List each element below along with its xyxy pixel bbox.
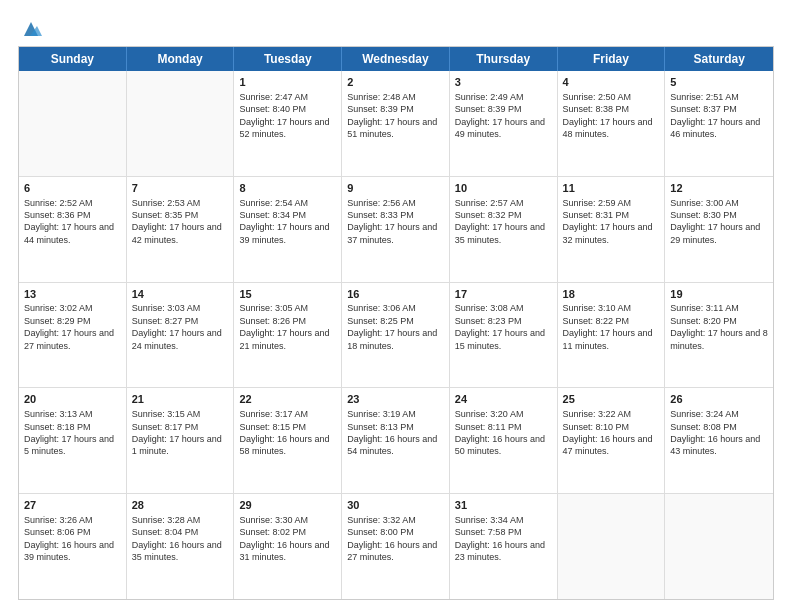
weekday-header: Monday bbox=[127, 47, 235, 71]
day-number: 15 bbox=[239, 287, 336, 302]
cell-text: Sunrise: 3:20 AM Sunset: 8:11 PM Dayligh… bbox=[455, 408, 552, 458]
day-number: 3 bbox=[455, 75, 552, 90]
day-number: 8 bbox=[239, 181, 336, 196]
header bbox=[18, 18, 774, 36]
day-number: 31 bbox=[455, 498, 552, 513]
calendar-cell: 29Sunrise: 3:30 AM Sunset: 8:02 PM Dayli… bbox=[234, 494, 342, 599]
calendar-cell: 13Sunrise: 3:02 AM Sunset: 8:29 PM Dayli… bbox=[19, 283, 127, 388]
calendar-cell: 15Sunrise: 3:05 AM Sunset: 8:26 PM Dayli… bbox=[234, 283, 342, 388]
day-number: 19 bbox=[670, 287, 768, 302]
day-number: 24 bbox=[455, 392, 552, 407]
calendar-cell: 30Sunrise: 3:32 AM Sunset: 8:00 PM Dayli… bbox=[342, 494, 450, 599]
day-number: 27 bbox=[24, 498, 121, 513]
weekday-header: Wednesday bbox=[342, 47, 450, 71]
day-number: 20 bbox=[24, 392, 121, 407]
calendar-cell: 18Sunrise: 3:10 AM Sunset: 8:22 PM Dayli… bbox=[558, 283, 666, 388]
cell-text: Sunrise: 2:50 AM Sunset: 8:38 PM Dayligh… bbox=[563, 91, 660, 141]
day-number: 6 bbox=[24, 181, 121, 196]
calendar-row: 1Sunrise: 2:47 AM Sunset: 8:40 PM Daylig… bbox=[19, 71, 773, 176]
calendar-cell: 28Sunrise: 3:28 AM Sunset: 8:04 PM Dayli… bbox=[127, 494, 235, 599]
calendar-cell: 16Sunrise: 3:06 AM Sunset: 8:25 PM Dayli… bbox=[342, 283, 450, 388]
day-number: 29 bbox=[239, 498, 336, 513]
day-number: 28 bbox=[132, 498, 229, 513]
calendar-cell: 24Sunrise: 3:20 AM Sunset: 8:11 PM Dayli… bbox=[450, 388, 558, 493]
calendar-cell: 17Sunrise: 3:08 AM Sunset: 8:23 PM Dayli… bbox=[450, 283, 558, 388]
cell-text: Sunrise: 3:15 AM Sunset: 8:17 PM Dayligh… bbox=[132, 408, 229, 458]
cell-text: Sunrise: 3:08 AM Sunset: 8:23 PM Dayligh… bbox=[455, 302, 552, 352]
day-number: 21 bbox=[132, 392, 229, 407]
calendar-body: 1Sunrise: 2:47 AM Sunset: 8:40 PM Daylig… bbox=[19, 71, 773, 599]
calendar-cell: 9Sunrise: 2:56 AM Sunset: 8:33 PM Daylig… bbox=[342, 177, 450, 282]
cell-text: Sunrise: 2:52 AM Sunset: 8:36 PM Dayligh… bbox=[24, 197, 121, 247]
cell-text: Sunrise: 3:13 AM Sunset: 8:18 PM Dayligh… bbox=[24, 408, 121, 458]
day-number: 25 bbox=[563, 392, 660, 407]
day-number: 22 bbox=[239, 392, 336, 407]
day-number: 12 bbox=[670, 181, 768, 196]
calendar-cell: 31Sunrise: 3:34 AM Sunset: 7:58 PM Dayli… bbox=[450, 494, 558, 599]
cell-text: Sunrise: 3:32 AM Sunset: 8:00 PM Dayligh… bbox=[347, 514, 444, 564]
cell-text: Sunrise: 3:30 AM Sunset: 8:02 PM Dayligh… bbox=[239, 514, 336, 564]
cell-text: Sunrise: 2:47 AM Sunset: 8:40 PM Dayligh… bbox=[239, 91, 336, 141]
calendar-cell: 3Sunrise: 2:49 AM Sunset: 8:39 PM Daylig… bbox=[450, 71, 558, 176]
cell-text: Sunrise: 2:53 AM Sunset: 8:35 PM Dayligh… bbox=[132, 197, 229, 247]
day-number: 11 bbox=[563, 181, 660, 196]
day-number: 9 bbox=[347, 181, 444, 196]
cell-text: Sunrise: 2:48 AM Sunset: 8:39 PM Dayligh… bbox=[347, 91, 444, 141]
page: SundayMondayTuesdayWednesdayThursdayFrid… bbox=[0, 0, 792, 612]
calendar-cell: 6Sunrise: 2:52 AM Sunset: 8:36 PM Daylig… bbox=[19, 177, 127, 282]
logo bbox=[18, 18, 42, 36]
day-number: 13 bbox=[24, 287, 121, 302]
weekday-header: Sunday bbox=[19, 47, 127, 71]
calendar: SundayMondayTuesdayWednesdayThursdayFrid… bbox=[18, 46, 774, 600]
day-number: 14 bbox=[132, 287, 229, 302]
cell-text: Sunrise: 3:03 AM Sunset: 8:27 PM Dayligh… bbox=[132, 302, 229, 352]
calendar-row: 13Sunrise: 3:02 AM Sunset: 8:29 PM Dayli… bbox=[19, 282, 773, 388]
calendar-cell bbox=[665, 494, 773, 599]
cell-text: Sunrise: 3:28 AM Sunset: 8:04 PM Dayligh… bbox=[132, 514, 229, 564]
cell-text: Sunrise: 3:02 AM Sunset: 8:29 PM Dayligh… bbox=[24, 302, 121, 352]
calendar-cell: 23Sunrise: 3:19 AM Sunset: 8:13 PM Dayli… bbox=[342, 388, 450, 493]
calendar-cell: 1Sunrise: 2:47 AM Sunset: 8:40 PM Daylig… bbox=[234, 71, 342, 176]
cell-text: Sunrise: 3:00 AM Sunset: 8:30 PM Dayligh… bbox=[670, 197, 768, 247]
calendar-cell: 26Sunrise: 3:24 AM Sunset: 8:08 PM Dayli… bbox=[665, 388, 773, 493]
cell-text: Sunrise: 3:10 AM Sunset: 8:22 PM Dayligh… bbox=[563, 302, 660, 352]
calendar-cell: 19Sunrise: 3:11 AM Sunset: 8:20 PM Dayli… bbox=[665, 283, 773, 388]
day-number: 2 bbox=[347, 75, 444, 90]
calendar-row: 27Sunrise: 3:26 AM Sunset: 8:06 PM Dayli… bbox=[19, 493, 773, 599]
cell-text: Sunrise: 3:22 AM Sunset: 8:10 PM Dayligh… bbox=[563, 408, 660, 458]
weekday-header: Thursday bbox=[450, 47, 558, 71]
calendar-cell: 27Sunrise: 3:26 AM Sunset: 8:06 PM Dayli… bbox=[19, 494, 127, 599]
calendar-cell bbox=[19, 71, 127, 176]
cell-text: Sunrise: 2:49 AM Sunset: 8:39 PM Dayligh… bbox=[455, 91, 552, 141]
cell-text: Sunrise: 2:59 AM Sunset: 8:31 PM Dayligh… bbox=[563, 197, 660, 247]
cell-text: Sunrise: 3:11 AM Sunset: 8:20 PM Dayligh… bbox=[670, 302, 768, 352]
cell-text: Sunrise: 2:54 AM Sunset: 8:34 PM Dayligh… bbox=[239, 197, 336, 247]
day-number: 1 bbox=[239, 75, 336, 90]
cell-text: Sunrise: 3:34 AM Sunset: 7:58 PM Dayligh… bbox=[455, 514, 552, 564]
cell-text: Sunrise: 2:51 AM Sunset: 8:37 PM Dayligh… bbox=[670, 91, 768, 141]
cell-text: Sunrise: 2:56 AM Sunset: 8:33 PM Dayligh… bbox=[347, 197, 444, 247]
day-number: 5 bbox=[670, 75, 768, 90]
calendar-cell: 8Sunrise: 2:54 AM Sunset: 8:34 PM Daylig… bbox=[234, 177, 342, 282]
calendar-cell: 21Sunrise: 3:15 AM Sunset: 8:17 PM Dayli… bbox=[127, 388, 235, 493]
day-number: 10 bbox=[455, 181, 552, 196]
day-number: 17 bbox=[455, 287, 552, 302]
calendar-cell: 4Sunrise: 2:50 AM Sunset: 8:38 PM Daylig… bbox=[558, 71, 666, 176]
calendar-cell: 12Sunrise: 3:00 AM Sunset: 8:30 PM Dayli… bbox=[665, 177, 773, 282]
cell-text: Sunrise: 2:57 AM Sunset: 8:32 PM Dayligh… bbox=[455, 197, 552, 247]
day-number: 23 bbox=[347, 392, 444, 407]
weekday-header: Tuesday bbox=[234, 47, 342, 71]
calendar-cell: 22Sunrise: 3:17 AM Sunset: 8:15 PM Dayli… bbox=[234, 388, 342, 493]
cell-text: Sunrise: 3:05 AM Sunset: 8:26 PM Dayligh… bbox=[239, 302, 336, 352]
calendar-cell: 10Sunrise: 2:57 AM Sunset: 8:32 PM Dayli… bbox=[450, 177, 558, 282]
calendar-cell: 20Sunrise: 3:13 AM Sunset: 8:18 PM Dayli… bbox=[19, 388, 127, 493]
calendar-header: SundayMondayTuesdayWednesdayThursdayFrid… bbox=[19, 47, 773, 71]
cell-text: Sunrise: 3:06 AM Sunset: 8:25 PM Dayligh… bbox=[347, 302, 444, 352]
cell-text: Sunrise: 3:19 AM Sunset: 8:13 PM Dayligh… bbox=[347, 408, 444, 458]
day-number: 30 bbox=[347, 498, 444, 513]
calendar-cell: 5Sunrise: 2:51 AM Sunset: 8:37 PM Daylig… bbox=[665, 71, 773, 176]
day-number: 16 bbox=[347, 287, 444, 302]
day-number: 7 bbox=[132, 181, 229, 196]
calendar-cell bbox=[558, 494, 666, 599]
calendar-cell: 2Sunrise: 2:48 AM Sunset: 8:39 PM Daylig… bbox=[342, 71, 450, 176]
